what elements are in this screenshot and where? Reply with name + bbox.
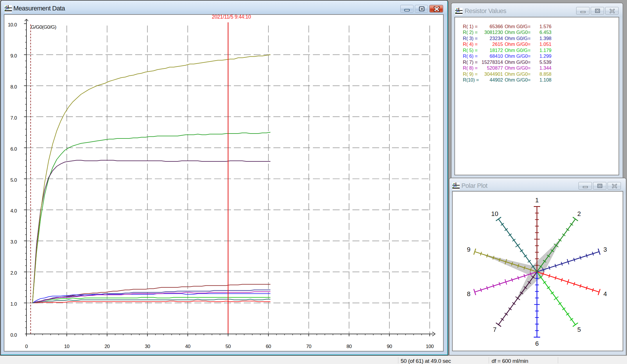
svg-text:90: 90 [387, 344, 392, 349]
svg-text:5.0: 5.0 [10, 177, 17, 183]
svg-text:8: 8 [467, 290, 470, 298]
svg-text:50: 50 [225, 344, 231, 349]
svg-text:9: 9 [467, 246, 470, 253]
svg-text:40: 40 [185, 344, 190, 349]
svg-text:1: 1 [535, 197, 539, 204]
svg-text:0.0: 0.0 [10, 332, 17, 338]
svg-text:4.0: 4.0 [10, 208, 17, 214]
svg-text:4: 4 [603, 290, 607, 298]
svg-text:2021/11/5 9:44:10: 2021/11/5 9:44:10 [212, 15, 251, 20]
svg-text:G/G0(G0/G): G/G0(G0/G) [31, 24, 56, 30]
svg-text:2: 2 [577, 210, 581, 217]
svg-text:20: 20 [105, 344, 110, 349]
svg-text:10: 10 [64, 344, 69, 349]
svg-text:5: 5 [577, 326, 581, 333]
svg-text:6.0: 6.0 [10, 146, 17, 152]
svg-text:7: 7 [493, 326, 497, 333]
svg-text:70: 70 [306, 344, 311, 349]
svg-text:7.0: 7.0 [10, 115, 17, 121]
svg-text:80: 80 [346, 344, 352, 349]
svg-text:8.0: 8.0 [10, 84, 17, 90]
svg-text:60: 60 [266, 344, 271, 349]
svg-text:10.0: 10.0 [8, 22, 17, 28]
svg-text:3: 3 [603, 246, 607, 253]
svg-text:1.0: 1.0 [10, 301, 17, 307]
svg-text:100: 100 [426, 344, 434, 349]
svg-text:2.0: 2.0 [10, 270, 17, 276]
svg-text:0: 0 [25, 344, 28, 349]
svg-text:30: 30 [145, 344, 150, 349]
svg-text:10: 10 [491, 210, 498, 217]
svg-text:6: 6 [535, 340, 539, 347]
svg-text:9.0: 9.0 [10, 53, 17, 59]
svg-text:3.0: 3.0 [10, 239, 17, 245]
